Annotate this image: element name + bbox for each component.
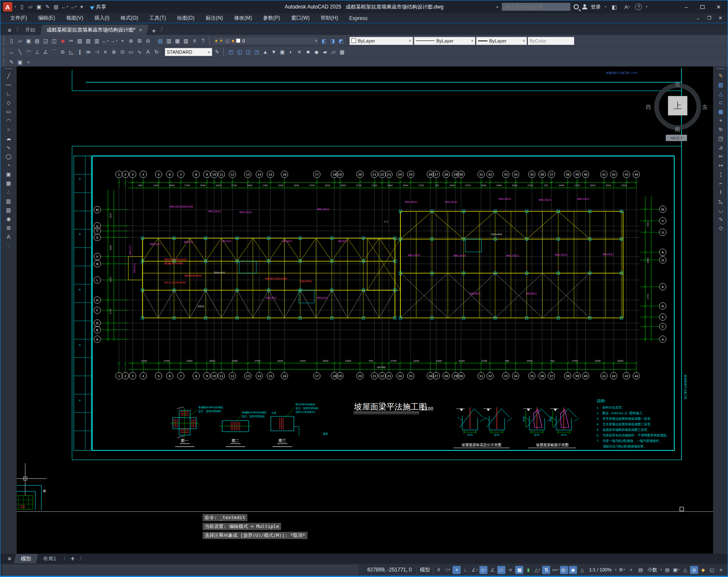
- make-block-icon[interactable]: ▦: [4, 179, 13, 187]
- offset-icon[interactable]: ⊂: [716, 98, 725, 107]
- dim-text-edit-icon[interactable]: A: [144, 48, 152, 56]
- explode-icon[interactable]: ◇: [716, 224, 725, 232]
- layer-combo-arrow-icon[interactable]: ∨: [315, 39, 317, 43]
- dim-diameter-icon[interactable]: ⊘: [58, 48, 67, 56]
- paste-icon[interactable]: ▨: [84, 37, 93, 45]
- signin-button[interactable]: 登录: [591, 3, 601, 11]
- publish-icon[interactable]: ◫: [50, 37, 58, 45]
- doc-close-button[interactable]: ✕: [715, 14, 726, 23]
- menu-item-5[interactable]: 工具(T): [144, 13, 171, 23]
- region-icon[interactable]: ◉: [4, 215, 13, 223]
- model-space-button[interactable]: 模型: [416, 565, 433, 574]
- ellipse-arc-icon[interactable]: ◔: [4, 161, 13, 169]
- redo-icon[interactable]: →▾: [69, 3, 78, 11]
- revision-cloud-icon[interactable]: ☁: [4, 134, 13, 142]
- layer-previous-icon[interactable]: ◨: [328, 37, 337, 45]
- object-snap-tracking-toggle[interactable]: ∠: [488, 566, 496, 574]
- layer-combo[interactable]: ● ☀ ◻ ■ 0 ∨: [213, 37, 319, 45]
- dim-angular-icon[interactable]: ∠: [41, 48, 50, 56]
- draworder-below-icon[interactable]: ◳: [252, 48, 261, 56]
- dim-jog-line-icon[interactable]: ∿: [135, 48, 144, 56]
- fillet-icon[interactable]: ◡: [716, 206, 725, 214]
- menu-item-9[interactable]: 参数(P): [258, 13, 286, 23]
- menu-item-2[interactable]: 视图(V): [61, 13, 89, 23]
- dim-style-icon[interactable]: ✎: [213, 48, 221, 56]
- annotation-scale-value[interactable]: 1:1 / 100%: [587, 567, 613, 572]
- new-icon[interactable]: ▯: [18, 3, 26, 11]
- annotation-scale-arrow-icon[interactable]: ▾: [615, 568, 617, 571]
- stretch-icon[interactable]: ⊿: [716, 143, 725, 151]
- dim-break-icon[interactable]: ≠: [101, 48, 110, 56]
- mirror-icon[interactable]: △: [716, 89, 725, 98]
- quickcalc-icon[interactable]: ≡: [190, 37, 199, 45]
- units-arrow-icon[interactable]: ▾: [660, 568, 662, 571]
- hatch-to-back-icon[interactable]: ▼: [270, 48, 278, 56]
- 3d-object-snap-toggle[interactable]: △▾: [533, 566, 541, 574]
- units-precision-value[interactable]: 小数: [646, 567, 658, 573]
- point-icon[interactable]: ∴: [4, 188, 13, 196]
- dim-aligned-icon[interactable]: ╲: [16, 48, 24, 56]
- isolate-objects-toggle[interactable]: ▣▾: [672, 566, 680, 574]
- text-to-front-icon[interactable]: ▲: [261, 48, 270, 56]
- block-edit-icon[interactable]: ▣: [16, 58, 24, 66]
- menu-item-7[interactable]: 标注(N): [200, 13, 229, 23]
- menu-item-6[interactable]: 绘图(D): [171, 13, 200, 23]
- save-icon[interactable]: ▣: [24, 37, 33, 45]
- menu-item-10[interactable]: 窗口(W): [286, 13, 315, 23]
- hardware-acceleration-toggle[interactable]: ◆: [699, 566, 707, 574]
- dim-baseline-icon[interactable]: ≫: [84, 48, 93, 56]
- undo-icon[interactable]: ←▾: [101, 37, 110, 45]
- copy-clip-icon[interactable]: ▧: [75, 37, 84, 45]
- quick-dim-icon[interactable]: ∥: [75, 48, 84, 56]
- autocad-logo-icon[interactable]: A: [3, 2, 12, 12]
- dim-ordinate-icon[interactable]: ⊥: [33, 48, 41, 56]
- ellipse-icon[interactable]: ◯: [4, 152, 13, 160]
- layer-states-icon[interactable]: ▥: [165, 37, 173, 45]
- render-icon[interactable]: ▦: [338, 48, 346, 56]
- table-edit-icon[interactable]: ≈: [24, 58, 33, 66]
- save-as-icon[interactable]: ✎: [44, 3, 52, 11]
- arc-icon[interactable]: ◠: [4, 116, 13, 124]
- search-icon[interactable]: [574, 4, 579, 9]
- open-icon[interactable]: ▱: [26, 3, 35, 11]
- layer-freeze-icon[interactable]: ▦: [173, 37, 182, 45]
- tolerance-icon[interactable]: ⊕: [110, 48, 118, 56]
- draworder-above-icon[interactable]: ◲: [244, 48, 252, 56]
- save-icon[interactable]: ▣: [35, 3, 44, 11]
- clean-screen-toggle[interactable]: ◱: [708, 566, 716, 574]
- hatch-icon[interactable]: ▨: [4, 197, 13, 205]
- doc-restore-button[interactable]: ❐: [704, 14, 715, 23]
- text-edit-icon[interactable]: ✎: [7, 58, 16, 66]
- spline-icon[interactable]: ∿: [4, 143, 13, 151]
- dynamic-ucs-toggle[interactable]: ⇅: [542, 566, 550, 574]
- transparency-toggle[interactable]: ▩: [515, 566, 523, 574]
- markup-icon[interactable]: ▱: [329, 48, 338, 56]
- layer-on-icon[interactable]: ●: [215, 38, 218, 43]
- snap-toggle[interactable]: ∷▾: [444, 566, 452, 574]
- break-icon[interactable]: ⌐: [716, 179, 725, 187]
- selection-cycling-toggle[interactable]: ▮: [524, 566, 532, 574]
- redo-icon[interactable]: →▾: [110, 37, 118, 45]
- workspace-gear-icon[interactable]: ⚙▾: [618, 566, 626, 574]
- zoom-realtime-icon[interactable]: ⊕: [127, 37, 135, 45]
- menu-item-0[interactable]: 文件(F): [5, 13, 32, 23]
- menu-item-12[interactable]: Express: [344, 13, 373, 23]
- scale-icon[interactable]: ◳: [716, 134, 725, 142]
- sheet-set-manager-icon[interactable]: ▰: [321, 48, 329, 56]
- dim-inspect-icon[interactable]: ▭: [127, 48, 135, 56]
- wcs-selector[interactable]: WCS▾: [666, 135, 687, 141]
- rotate-icon[interactable]: ↻: [716, 125, 725, 133]
- tab-document[interactable]: 成都某框架抗震墙果蔬市场结构设计图*✕: [40, 25, 148, 35]
- cut-icon[interactable]: ✂: [67, 37, 75, 45]
- dim-radius-icon[interactable]: ⌒: [50, 48, 58, 56]
- tab-close-icon[interactable]: ✕: [139, 28, 142, 32]
- layer-properties-icon[interactable]: ▤: [156, 37, 165, 45]
- polygon-icon[interactable]: ◇: [4, 98, 13, 107]
- line-icon[interactable]: ╱: [4, 72, 13, 80]
- layout-menu-icon[interactable]: ≡: [4, 554, 15, 563]
- circle-icon[interactable]: ○: [4, 125, 13, 133]
- user-icon[interactable]: [582, 4, 587, 9]
- polyline-icon[interactable]: ∟: [4, 89, 13, 98]
- quick-properties-toggle[interactable]: ▤: [663, 566, 671, 574]
- search-input[interactable]: [502, 3, 570, 11]
